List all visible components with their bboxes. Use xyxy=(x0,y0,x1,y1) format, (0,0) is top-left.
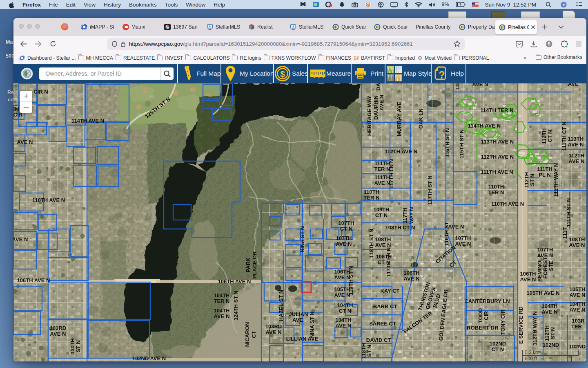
svg-text:AVE N: AVE N xyxy=(379,95,385,111)
svg-text:CT N: CT N xyxy=(340,226,352,232)
svg-text:AVE N: AVE N xyxy=(570,307,586,313)
svg-text:111TH ST N: 111TH ST N xyxy=(566,198,572,227)
svg-text:PL N: PL N xyxy=(539,172,550,178)
svg-text:106TH AVE N: 106TH AVE N xyxy=(218,278,251,285)
svg-text:AVE N: AVE N xyxy=(336,323,352,329)
svg-text:AVE N: AVE N xyxy=(568,141,584,148)
svg-text:111TH CT N: 111TH CT N xyxy=(561,121,567,151)
svg-text:PARK: PARK xyxy=(245,257,251,272)
svg-text:117TH: 117TH xyxy=(402,208,408,223)
svg-text:AVE N: AVE N xyxy=(537,252,553,258)
svg-text:104TH: 104TH xyxy=(541,303,557,309)
svg-text:Stellar MLS: Stellar MLS xyxy=(552,182,586,188)
svg-text:112TH: 112TH xyxy=(541,128,547,144)
svg-text:KAY CT: KAY CT xyxy=(381,288,400,294)
svg-text:104TH: 104TH xyxy=(335,317,351,323)
svg-text:PLACE DR: PLACE DR xyxy=(252,251,258,278)
svg-text:AVE N: AVE N xyxy=(448,224,464,230)
svg-text:AVE N: AVE N xyxy=(455,241,471,247)
svg-text:106TH AVE N: 106TH AVE N xyxy=(17,277,50,283)
svg-text:JULIAN: JULIAN xyxy=(289,311,308,317)
svg-text:AVE: AVE xyxy=(292,317,303,323)
svg-text:S: S xyxy=(548,41,550,46)
svg-text:ST N: ST N xyxy=(366,345,372,357)
svg-text:110TH: 110TH xyxy=(364,189,379,195)
svg-text:111TH: 111TH xyxy=(537,166,552,172)
svg-text:600 ft: 600 ft xyxy=(525,356,537,361)
svg-text:ST N: ST N xyxy=(529,174,535,186)
svg-text:TER N: TER N xyxy=(364,195,380,201)
svg-text:110TH AVE N: 110TH AVE N xyxy=(32,197,65,203)
svg-text:117TH LN N: 117TH LN N xyxy=(388,159,394,188)
svg-text:CT N: CT N xyxy=(492,346,504,352)
svg-text:108TH: 108TH xyxy=(569,236,585,242)
svg-text:104TH: 104TH xyxy=(214,307,229,314)
svg-text:104TH: 104TH xyxy=(569,301,585,307)
svg-text:119TH ST N: 119TH ST N xyxy=(348,266,354,295)
svg-text:AVE N: AVE N xyxy=(50,331,66,337)
svg-text:NINA ST N: NINA ST N xyxy=(309,312,315,338)
svg-text:CIR N: CIR N xyxy=(33,89,48,95)
svg-text:102ND: 102ND xyxy=(543,342,559,348)
svg-text:111TH: 111TH xyxy=(374,160,390,166)
svg-text:ST N: ST N xyxy=(75,340,81,352)
svg-text:107TH: 107TH xyxy=(336,235,352,241)
svg-text:102ND AVE N: 102ND AVE N xyxy=(132,355,166,361)
svg-text:107TH: 107TH xyxy=(537,247,553,253)
svg-text:124TH ST N: 124TH ST N xyxy=(233,291,239,320)
svg-text:117TH LN N: 117TH LN N xyxy=(385,247,392,277)
svg-text:AVE N: AVE N xyxy=(569,242,585,248)
svg-text:AVE N: AVE N xyxy=(569,158,585,164)
svg-text:112TH AVE N: 112TH AVE N xyxy=(481,154,514,160)
svg-text:ROBERT DR: ROBERT DR xyxy=(467,325,499,331)
svg-text:AVE N: AVE N xyxy=(17,139,33,145)
svg-text:114TH AVE N: 114TH AVE N xyxy=(71,118,104,124)
svg-text:113TH AVE N: 113TH AVE N xyxy=(481,139,514,145)
svg-text:108TH CT N: 108TH CT N xyxy=(385,224,415,231)
svg-text:TER: TER xyxy=(571,323,582,330)
svg-text:105TH: 105TH xyxy=(569,286,585,292)
svg-text:AVE N: AVE N xyxy=(336,241,352,247)
svg-text:104TH: 104TH xyxy=(214,292,229,298)
svg-text:AVE N: AVE N xyxy=(214,313,230,319)
svg-text:106TH: 106TH xyxy=(403,270,419,276)
svg-text:118TH: 118TH xyxy=(361,343,367,359)
svg-text:112TH: 112TH xyxy=(523,172,530,188)
svg-text:AVE N: AVE N xyxy=(520,276,536,283)
svg-text:117TH ST N: 117TH ST N xyxy=(427,175,433,205)
svg-text:CT N: CT N xyxy=(339,308,351,314)
svg-text:112TH: 112TH xyxy=(569,153,584,159)
svg-text:OAK LN: OAK LN xyxy=(418,108,424,129)
svg-text:104TH: 104TH xyxy=(337,302,353,308)
svg-text:DA: DA xyxy=(375,83,381,90)
svg-text:110TH: 110TH xyxy=(488,184,504,190)
svg-text:103RD: 103RD xyxy=(50,325,66,331)
svg-text:107TH: 107TH xyxy=(455,235,471,241)
svg-text:ST N: ST N xyxy=(550,327,556,339)
svg-text:108TH: 108TH xyxy=(375,236,391,242)
svg-text:115TH ST N: 115TH ST N xyxy=(459,129,465,159)
svg-text:TER N: TER N xyxy=(488,189,504,195)
svg-text:AVE: AVE xyxy=(568,83,579,87)
svg-text:116TH ST N: 116TH ST N xyxy=(444,128,450,157)
svg-text:112TH: 112TH xyxy=(544,325,550,341)
svg-text:FOREST: FOREST xyxy=(542,257,548,279)
svg-text:AVE N: AVE N xyxy=(266,329,282,335)
svg-text:110TH AVE N: 110TH AVE N xyxy=(491,201,524,207)
svg-text:113TH: 113TH xyxy=(568,136,584,142)
svg-text:114TH AVE N: 114TH AVE N xyxy=(468,123,501,129)
svg-text:115: 115 xyxy=(455,83,460,90)
svg-text:TONY CIR: TONY CIR xyxy=(500,310,506,335)
svg-text:CT N: CT N xyxy=(375,212,388,218)
svg-text:HERITAGE WAY: HERITAGE WAY xyxy=(366,96,372,136)
svg-text:CT N: CT N xyxy=(547,130,553,142)
svg-text:TODD: TODD xyxy=(477,308,483,323)
svg-text:DAVID CT: DAVID CT xyxy=(366,337,391,343)
svg-text:IM: IM xyxy=(13,106,19,112)
svg-text:AVE N: AVE N xyxy=(374,180,390,186)
svg-text:WAY N: WAY N xyxy=(408,207,414,224)
svg-text:114TH TER N: 114TH TER N xyxy=(481,107,514,113)
svg-text:109TH: 109TH xyxy=(373,206,389,213)
svg-text:TER N: TER N xyxy=(214,298,230,304)
svg-text:111TH AVE N: 111TH AVE N xyxy=(481,169,513,175)
